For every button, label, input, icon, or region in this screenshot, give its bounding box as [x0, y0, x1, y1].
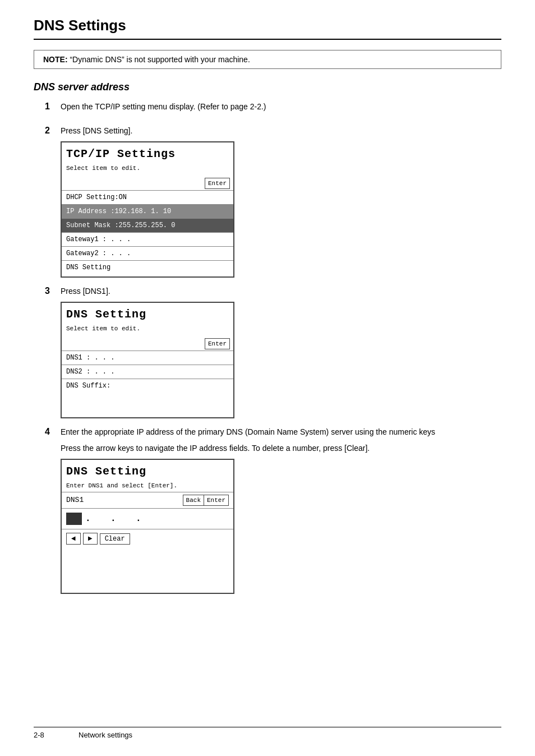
note-box: NOTE: “Dynamic DNS” is not supported wit…	[34, 50, 501, 69]
note-text: “Dynamic DNS” is not supported with your…	[70, 55, 250, 64]
dns-dot-3: .	[136, 512, 141, 525]
dns-setting-header: DNS Setting Select item to edit.	[62, 303, 233, 335]
dns-input-dns1-row: DNS1 Back Enter	[62, 492, 233, 509]
dns-field-empty-3	[119, 513, 132, 524]
step-3-num: 3	[45, 285, 61, 296]
dns-input-title: DNS Setting	[66, 463, 229, 480]
note-label: NOTE:	[43, 55, 68, 64]
dns-input-back-btn[interactable]: Back	[183, 495, 204, 506]
dns-setting-enter-btn[interactable]: Enter	[205, 338, 230, 350]
tcpip-row-ip: IP Address :192.168. 1. 10	[62, 204, 233, 218]
tcpip-row-gw2: Gateway2 : . . .	[62, 246, 233, 260]
dns-setting-subtitle: Select item to edit.	[66, 324, 229, 334]
dns-field-row: . . .	[62, 508, 233, 529]
tcpip-body: Enter DHCP Setting:ON IP Address :192.16…	[62, 174, 233, 277]
dns-right-arrow-btn[interactable]: ►	[83, 533, 98, 545]
dns-setting-screen: DNS Setting Select item to edit. Enter D…	[61, 302, 234, 418]
tcpip-screen: TCP/IP Settings Select item to edit. Ent…	[61, 141, 234, 278]
step-4-num: 4	[45, 426, 61, 437]
step-1: 1 Open the TCP/IP setting menu display. …	[45, 101, 501, 117]
section-heading: DNS server address	[34, 81, 501, 93]
dns-left-arrow-btn[interactable]: ◄	[66, 533, 81, 545]
tcpip-title: TCP/IP Settings	[66, 146, 229, 163]
step-3-text: Press [DNS1].	[61, 285, 501, 297]
steps-container: 1 Open the TCP/IP setting menu display. …	[45, 101, 501, 594]
footer-page-ref: 2-8	[34, 731, 67, 739]
dns-setting-row-dns2: DNS2 : . . .	[62, 365, 233, 379]
dns-setting-spacer	[62, 393, 233, 415]
title-divider	[34, 39, 501, 40]
dns-setting-body: Enter DNS1 : . . . DNS2 : . . . DNS Suff…	[62, 335, 233, 418]
tcpip-header: TCP/IP Settings Select item to edit.	[62, 142, 233, 174]
tcpip-row-subnet: Subnet Mask :255.255.255. 0	[62, 218, 233, 232]
dns-input-screen: DNS Setting Enter DNS1 and select [Enter…	[61, 459, 234, 594]
step-4-text2: Press the arrow keys to navigate the IP …	[61, 442, 501, 454]
dns-field-empty-2	[94, 513, 107, 524]
dns-dot-2: .	[110, 512, 116, 525]
step-1-num: 1	[45, 101, 61, 112]
dns-input-spacer	[62, 548, 233, 570]
tcpip-row-dhcp: DHCP Setting:ON	[62, 190, 233, 204]
step-2-num: 2	[45, 125, 61, 136]
dns-input-subtitle: Enter DNS1 and select [Enter].	[66, 481, 229, 491]
page-title: DNS Settings	[34, 17, 501, 34]
dns-cursor	[66, 513, 82, 525]
dns-nav-row: ◄ ► Clear	[62, 529, 233, 548]
dns-input-spacer2	[62, 570, 233, 593]
step-4-text: Enter the appropriate IP address of the …	[61, 426, 501, 438]
dns-clear-btn[interactable]: Clear	[100, 533, 130, 545]
dns-setting-title: DNS Setting	[66, 306, 229, 323]
tcpip-row-gw1: Gateway1 : . . .	[62, 232, 233, 246]
dns-input-dns1-label: DNS1	[66, 495, 84, 506]
dns-input-buttons: Back Enter	[183, 495, 229, 506]
dns-dot-1: .	[85, 512, 91, 525]
dns-setting-row-suffix: DNS Suffix:	[62, 379, 233, 393]
step-2-text: Press [DNS Setting].	[61, 125, 501, 137]
step-1-text: Open the TCP/IP setting menu display. (R…	[61, 101, 501, 113]
tcpip-row-dns: DNS Setting	[62, 260, 233, 274]
tcpip-subtitle: Select item to edit.	[66, 164, 229, 173]
page-footer: 2-8 Network settings	[34, 727, 501, 739]
footer-section: Network settings	[79, 731, 132, 739]
dns-input-enter-btn[interactable]: Enter	[204, 495, 229, 506]
step-2: 2 Press [DNS Setting]. TCP/IP Settings S…	[45, 125, 501, 278]
step-3: 3 Press [DNS1]. DNS Setting Select item …	[45, 285, 501, 418]
step-4: 4 Enter the appropriate IP address of th…	[45, 426, 501, 594]
dns-setting-row-dns1: DNS1 : . . .	[62, 351, 233, 365]
tcpip-enter-btn[interactable]: Enter	[205, 178, 230, 190]
dns-input-header: DNS Setting Enter DNS1 and select [Enter…	[62, 460, 233, 492]
